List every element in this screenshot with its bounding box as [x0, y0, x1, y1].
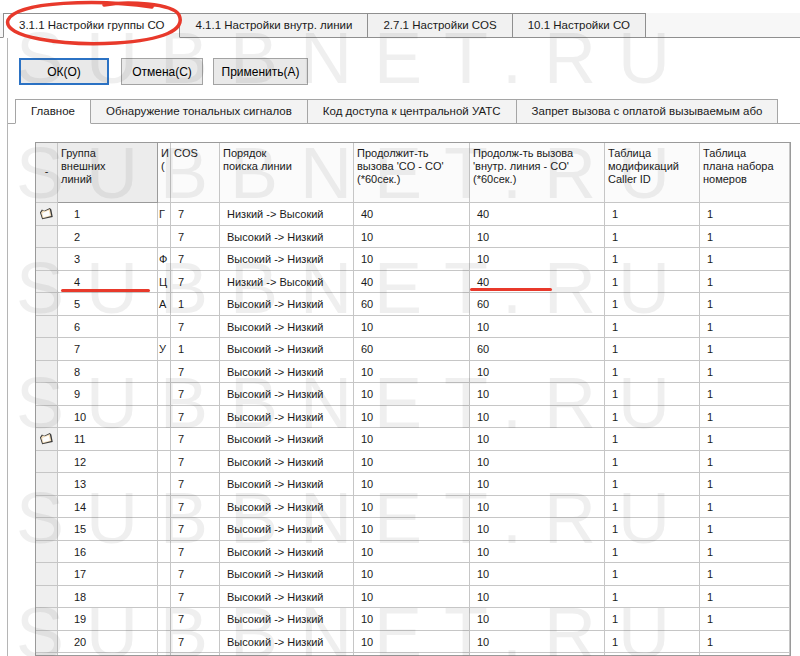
apply-button[interactable]: Применить(A): [213, 58, 308, 85]
cell-d1[interactable]: 10: [354, 541, 470, 564]
cell-d2[interactable]: 10: [470, 608, 605, 631]
cell-d1[interactable]: 60: [354, 338, 470, 361]
cell-cid[interactable]: 1: [605, 316, 700, 339]
cell-d2[interactable]: 10: [470, 406, 605, 429]
cell-cid[interactable]: 1: [605, 203, 700, 226]
cell-d1[interactable]: 10: [354, 586, 470, 609]
row-selector-cell[interactable]: [36, 361, 58, 384]
cell-d2[interactable]: 40: [470, 203, 605, 226]
cell-cos[interactable]: 7: [171, 518, 220, 541]
row-selector-cell[interactable]: [36, 316, 58, 339]
cell-cid[interactable]: 1: [605, 383, 700, 406]
cell-d1[interactable]: 40: [354, 271, 470, 294]
cell-plan[interactable]: 1: [700, 563, 790, 586]
cell-cos[interactable]: 7: [171, 428, 220, 451]
cell-cid[interactable]: 1: [605, 406, 700, 429]
cell-frag[interactable]: Г: [158, 203, 171, 226]
cell-d2[interactable]: 10: [470, 473, 605, 496]
cell-d2[interactable]: 60: [470, 293, 605, 316]
cell-order[interactable]: Высокий -> Низкий: [220, 563, 354, 586]
cell-cid[interactable]: 1: [605, 608, 700, 631]
cell-frag[interactable]: [158, 361, 171, 384]
cell-d1[interactable]: 10: [354, 631, 470, 654]
cell-frag[interactable]: [158, 226, 171, 249]
cell-plan[interactable]: 1: [700, 473, 790, 496]
cell-frag[interactable]: [158, 496, 171, 519]
cell-plan[interactable]: 1: [700, 586, 790, 609]
row-selector-cell[interactable]: [36, 383, 58, 406]
cell-cid[interactable]: 1: [605, 338, 700, 361]
cell-order[interactable]: Низкий -> Высокий: [220, 271, 354, 294]
row-selector-cell[interactable]: [36, 338, 58, 361]
cell-d2[interactable]: 10: [470, 383, 605, 406]
cell-frag[interactable]: [158, 608, 171, 631]
cell-d2[interactable]: 10: [470, 496, 605, 519]
cell-cos[interactable]: 7: [171, 226, 220, 249]
cell-frag[interactable]: А: [158, 293, 171, 316]
cancel-button[interactable]: Отмена(C): [121, 58, 203, 85]
cell-d2[interactable]: 40: [470, 271, 605, 294]
cell-frag[interactable]: [158, 586, 171, 609]
cell-cid[interactable]: 1: [605, 563, 700, 586]
cell-d1[interactable]: 10: [354, 473, 470, 496]
cell-g[interactable]: 18: [58, 586, 158, 609]
cell-d1[interactable]: 10: [354, 563, 470, 586]
cell-plan[interactable]: 1: [700, 631, 790, 654]
cell-plan[interactable]: 1: [700, 518, 790, 541]
cell-cos[interactable]: 7: [171, 473, 220, 496]
cell-cid[interactable]: 1: [605, 631, 700, 654]
cell-order[interactable]: Высокий -> Низкий: [220, 338, 354, 361]
cell-frag[interactable]: [158, 406, 171, 429]
cell-frag[interactable]: [158, 473, 171, 496]
cell-g[interactable]: 17: [58, 563, 158, 586]
cell-d2[interactable]: 10: [470, 361, 605, 384]
cell-order[interactable]: Высокий -> Низкий: [220, 361, 354, 384]
cell-frag[interactable]: Ф: [158, 248, 171, 271]
cell-plan[interactable]: 1: [700, 428, 790, 451]
cell-cid[interactable]: 1: [605, 473, 700, 496]
cell-order[interactable]: Высокий -> Низкий: [220, 541, 354, 564]
cell-order[interactable]: Высокий -> Низкий: [220, 383, 354, 406]
cell-order[interactable]: Высокий -> Низкий: [220, 248, 354, 271]
row-selector-cell[interactable]: [36, 271, 58, 294]
cell-plan[interactable]: 1: [700, 271, 790, 294]
cell-d1[interactable]: 10: [354, 406, 470, 429]
cell-g[interactable]: 10: [58, 406, 158, 429]
row-selector-cell[interactable]: [36, 293, 58, 316]
cell-g[interactable]: 8: [58, 361, 158, 384]
cell-plan[interactable]: 1: [700, 608, 790, 631]
cell-g[interactable]: 7: [58, 338, 158, 361]
cell-plan[interactable]: 1: [700, 496, 790, 519]
cell-cos[interactable]: 7: [171, 248, 220, 271]
cell-order[interactable]: Высокий -> Низкий: [220, 428, 354, 451]
row-selector-cell[interactable]: [36, 541, 58, 564]
cell-plan[interactable]: 1: [700, 248, 790, 271]
cell-order[interactable]: Высокий -> Низкий: [220, 226, 354, 249]
cell-order[interactable]: Низкий -> Высокий: [220, 203, 354, 226]
cell-d1[interactable]: 10: [354, 428, 470, 451]
cell-plan[interactable]: 1: [700, 203, 790, 226]
row-selector-cell[interactable]: [36, 563, 58, 586]
cell-cid[interactable]: 1: [605, 361, 700, 384]
cell-order[interactable]: Высокий -> Низкий: [220, 473, 354, 496]
cell-d1[interactable]: 10: [354, 383, 470, 406]
cell-d1[interactable]: 10: [354, 451, 470, 474]
cell-d2[interactable]: 10: [470, 316, 605, 339]
tab-extension-settings[interactable]: 4.1.1 Настройки внутр. линии: [179, 13, 368, 37]
cell-d2[interactable]: 10: [470, 631, 605, 654]
cell-d1[interactable]: 40: [354, 203, 470, 226]
cell-frag[interactable]: [158, 316, 171, 339]
cell-order[interactable]: Высокий -> Низкий: [220, 518, 354, 541]
subtab-collect-call-barring[interactable]: Запрет вызова с оплатой вызываемым або: [516, 99, 779, 123]
cell-plan[interactable]: 1: [700, 293, 790, 316]
cell-order[interactable]: Высокий -> Низкий: [220, 608, 354, 631]
cell-plan[interactable]: 1: [700, 541, 790, 564]
cell-g[interactable]: 5: [58, 293, 158, 316]
cell-frag[interactable]: [158, 451, 171, 474]
cell-g[interactable]: 13: [58, 473, 158, 496]
cell-cos[interactable]: 7: [171, 316, 220, 339]
row-selector-cell[interactable]: [36, 608, 58, 631]
cell-d2[interactable]: 10: [470, 248, 605, 271]
cell-d1[interactable]: 10: [354, 518, 470, 541]
cell-cos[interactable]: 7: [171, 406, 220, 429]
